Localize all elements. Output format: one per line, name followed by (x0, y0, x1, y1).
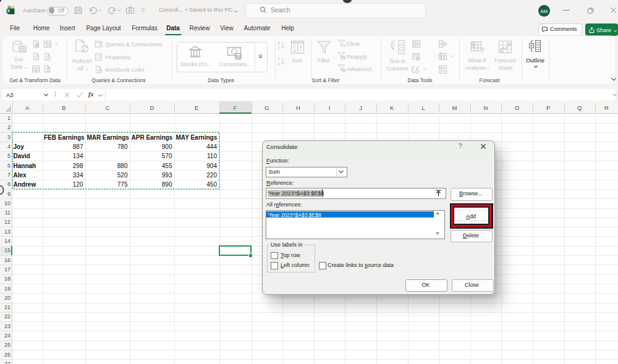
svg-text:Z: Z (277, 46, 280, 50)
svg-text:A: A (277, 41, 281, 45)
svg-text:?: ? (480, 46, 484, 54)
svg-text:X: X (7, 9, 11, 13)
svg-text:A: A (277, 62, 281, 66)
svg-text:A: A (299, 44, 302, 49)
svg-text:Z: Z (293, 44, 296, 49)
svg-text:Z: Z (299, 49, 302, 53)
svg-text:Z: Z (277, 57, 280, 61)
svg-text:A: A (293, 49, 296, 53)
